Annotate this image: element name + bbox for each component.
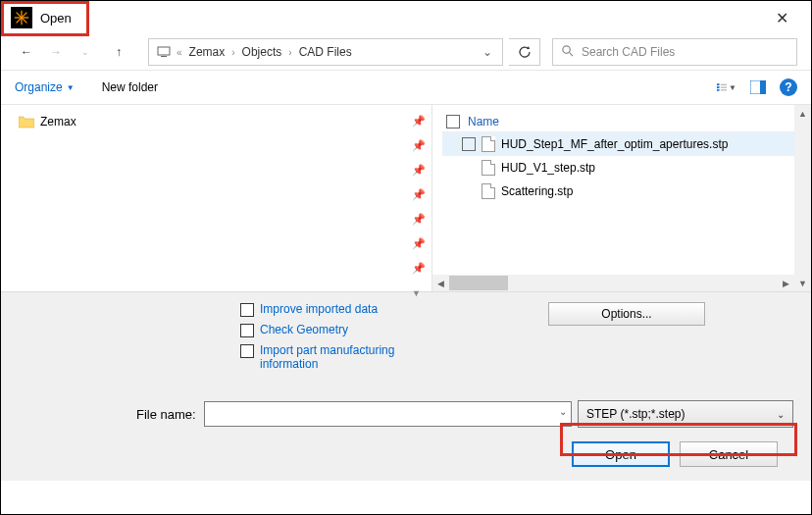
scroll-left-icon[interactable]: ◀ (432, 276, 449, 290)
vertical-scrollbar[interactable]: ▲ ▼ (794, 105, 811, 291)
forward-button[interactable]: → (44, 40, 68, 64)
open-button[interactable]: Open (572, 441, 670, 467)
view-mode-button[interactable]: ▼ (717, 77, 736, 97)
pin-icon[interactable]: 📌 (412, 160, 426, 180)
checkbox[interactable] (240, 303, 254, 317)
scroll-right-icon[interactable]: ▶ (778, 276, 794, 290)
select-all-checkbox[interactable] (446, 115, 460, 129)
opt-label: Check Geometry (260, 323, 348, 336)
filename-input[interactable]: ⌄ (204, 401, 572, 427)
opt-label: Improve imported data (260, 302, 378, 316)
svg-rect-8 (717, 83, 720, 85)
svg-rect-5 (161, 56, 167, 57)
column-label: Name (468, 115, 499, 129)
svg-rect-15 (760, 80, 766, 94)
filename-label: File name: (136, 407, 196, 422)
bc-sep-icon: « (177, 47, 182, 58)
file-name: HUD_V1_step.stp (501, 161, 595, 175)
up-button[interactable]: ↑ (107, 40, 130, 64)
filetype-value: STEP (*.stp;*.step) (586, 407, 685, 421)
pin-icon[interactable]: 📌 (412, 184, 426, 205)
file-row[interactable]: HUD_Step1_MF_after_optim_apertures.stp (442, 132, 811, 156)
filetype-select[interactable]: STEP (*.stp;*.step) ⌄ (578, 400, 793, 428)
file-name: HUD_Step1_MF_after_optim_apertures.stp (501, 137, 728, 151)
organize-button[interactable]: Organize▼ (15, 80, 75, 94)
pin-icon[interactable]: 📌 (412, 233, 426, 254)
file-icon (482, 160, 495, 176)
horizontal-scrollbar[interactable]: ◀ ▶ (432, 275, 794, 291)
search-input[interactable]: Search CAD Files (552, 38, 797, 66)
scroll-down-icon[interactable]: ▼ (795, 275, 810, 291)
search-icon (561, 44, 574, 60)
chevron-down-icon: ▼ (67, 83, 75, 92)
svg-rect-9 (721, 84, 727, 85)
row-checkbox[interactable] (462, 137, 476, 151)
pin-icon[interactable]: 📌 (412, 209, 426, 230)
svg-rect-11 (721, 87, 727, 88)
sidebar-item-label: Zemax (40, 115, 76, 129)
column-header-name[interactable]: Name (442, 111, 811, 132)
svg-line-7 (569, 52, 573, 56)
opt-import-mfg[interactable]: Import part manufacturing information (240, 343, 407, 371)
file-list: Name HUD_Step1_MF_after_optim_apertures.… (432, 105, 811, 291)
opt-geometry[interactable]: Check Geometry (240, 323, 407, 337)
opt-label: Import part manufacturing information (260, 343, 407, 371)
file-row[interactable]: Scattering.stp (442, 180, 811, 203)
pin-icon[interactable]: 📌 (412, 135, 426, 156)
chevron-down-icon: ▼ (729, 83, 736, 92)
newfolder-button[interactable]: New folder (102, 80, 158, 94)
app-icon (11, 7, 32, 28)
chevron-right-icon: › (288, 47, 291, 58)
svg-rect-4 (158, 47, 170, 55)
scroll-thumb[interactable] (449, 276, 508, 290)
options-button[interactable]: Options... (548, 302, 705, 326)
file-row[interactable]: HUD_V1_step.stp (442, 156, 811, 180)
svg-point-6 (563, 46, 570, 53)
file-icon (482, 183, 495, 199)
svg-rect-13 (721, 90, 727, 91)
breadcrumb-bar[interactable]: « Zemax › Objects › CAD Files ⌄ (148, 38, 503, 66)
help-icon[interactable]: ? (780, 78, 797, 96)
svg-rect-10 (717, 86, 720, 88)
chevron-right-icon: › (231, 47, 234, 58)
close-button[interactable]: ✕ (762, 3, 801, 32)
pin-icon[interactable]: 📌 (412, 111, 426, 131)
window-title: Open (40, 11, 72, 26)
checkbox[interactable] (240, 344, 254, 358)
checkbox[interactable] (240, 324, 254, 337)
recent-dropdown[interactable]: ⌄ (74, 40, 97, 64)
file-name: Scattering.stp (501, 184, 573, 198)
refresh-button[interactable] (509, 38, 540, 66)
breadcrumb-item[interactable]: Zemax (186, 45, 228, 59)
chevron-down-icon[interactable]: ▼ (412, 283, 426, 303)
chevron-down-icon[interactable]: ⌄ (559, 406, 567, 417)
file-icon (482, 136, 495, 152)
svg-rect-12 (717, 89, 720, 91)
search-placeholder: Search CAD Files (582, 45, 675, 59)
opt-improve[interactable]: Improve imported data (240, 302, 407, 317)
chevron-down-icon: ⌄ (777, 409, 785, 420)
pin-icon[interactable]: 📌 (412, 258, 426, 279)
breadcrumb-dropdown[interactable]: ⌄ (479, 45, 496, 59)
pc-icon (155, 43, 173, 61)
breadcrumb-item[interactable]: CAD Files (296, 45, 355, 59)
preview-pane-button[interactable] (748, 77, 768, 97)
back-button[interactable]: ← (15, 40, 38, 64)
cancel-button[interactable]: Cancel (680, 441, 778, 467)
breadcrumb-item[interactable]: Objects (239, 45, 285, 59)
folder-icon (19, 115, 34, 129)
sidebar-item-zemax[interactable]: Zemax (1, 111, 431, 132)
scroll-up-icon[interactable]: ▲ (795, 105, 810, 122)
sidebar: Zemax 📌 📌 📌 📌 📌 📌 📌 ▼ (1, 105, 432, 291)
